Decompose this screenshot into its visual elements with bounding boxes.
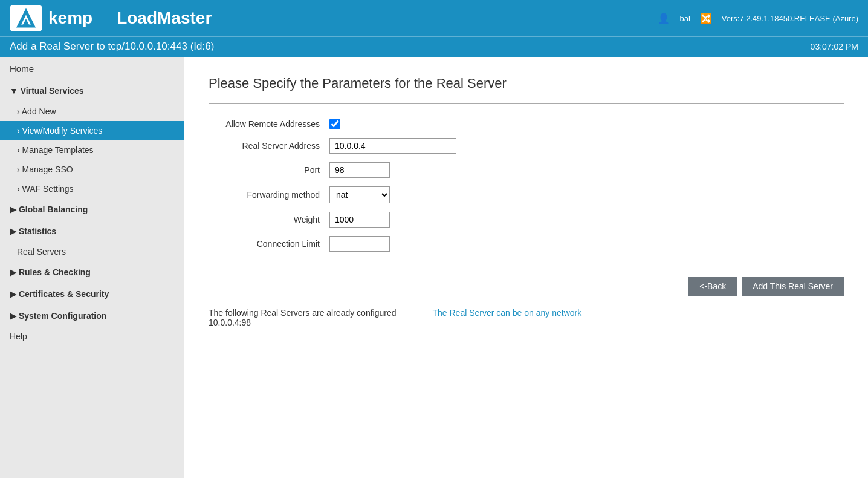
already-configured-text: The following Real Servers are already c… [209, 308, 397, 327]
header-time: 03:07:02 PM [811, 42, 858, 51]
sidebar-item-view-modify[interactable]: View/Modify Services [0, 121, 184, 140]
allow-remote-label: Allow Remote Addresses [209, 119, 329, 129]
kemp-logo-icon [14, 8, 38, 28]
sidebar-item-waf-settings[interactable]: WAF Settings [0, 179, 184, 198]
arrow-right-icon-gb: ▶ [10, 205, 19, 214]
sidebar-item-statistics[interactable]: ▶ Statistics [0, 220, 184, 242]
sidebar-item-manage-templates[interactable]: Manage Templates [0, 140, 184, 160]
sidebar-item-certificates-security[interactable]: ▶ Certificates & Security [0, 283, 184, 305]
port-label: Port [209, 165, 329, 175]
arrow-open-icon: ▼ [10, 86, 21, 96]
logo-box [10, 5, 42, 31]
subtitle-text: Add a Real Server to tcp/10.0.0.10:443 (… [10, 41, 214, 53]
real-server-address-row: Real Server Address [209, 138, 844, 154]
action-row: <-Back Add This Real Server [209, 277, 844, 296]
arrow-right-icon-certs: ▶ [10, 289, 19, 299]
back-button[interactable]: <-Back [688, 277, 737, 296]
header-subtitle: Add a Real Server to tcp/10.0.0.10:443 (… [0, 36, 868, 57]
weight-label: Weight [209, 215, 329, 224]
sidebar-item-add-new[interactable]: Add New [0, 102, 184, 121]
allow-remote-row: Allow Remote Addresses [209, 119, 844, 129]
sidebar-item-system-configuration[interactable]: ▶ System Configuration [0, 305, 184, 327]
port-row: Port [209, 162, 844, 178]
sidebar: Home ▼ Virtual Services Add New View/Mod… [0, 57, 184, 478]
server-entry: 10.0.0.4:98 [209, 318, 397, 327]
port-input[interactable] [329, 162, 390, 178]
nav-icon: 🔀 [700, 13, 712, 24]
weight-input[interactable] [329, 212, 390, 228]
sidebar-item-real-servers[interactable]: Real Servers [0, 242, 184, 261]
header: kemp LoadMaster 👤 bal 🔀 Vers:7.2.49.1.18… [0, 0, 868, 57]
app-title: LoadMaster [117, 8, 212, 28]
arrow-right-icon-sys: ▶ [10, 311, 19, 321]
weight-row: Weight [209, 212, 844, 228]
header-right: 👤 bal 🔀 Vers:7.2.49.1.18450.RELEASE (Azu… [658, 13, 858, 24]
sidebar-item-help[interactable]: Help [0, 327, 184, 346]
form-divider-top [209, 103, 844, 104]
forwarding-method-row: Forwarding method nat route tunnel masq [209, 186, 844, 203]
header-top: kemp LoadMaster 👤 bal 🔀 Vers:7.2.49.1.18… [0, 0, 868, 36]
sidebar-item-virtual-services[interactable]: ▼ Virtual Services [0, 80, 184, 102]
already-configured-label: The following Real Servers are already c… [209, 308, 397, 318]
allow-remote-checkbox[interactable] [329, 119, 340, 129]
forwarding-method-label: Forwarding method [209, 190, 329, 200]
main-content: Please Specify the Parameters for the Re… [184, 57, 868, 478]
sidebar-item-rules-checking[interactable]: ▶ Rules & Checking [0, 261, 184, 283]
page-title: Please Specify the Parameters for the Re… [209, 76, 844, 91]
layout: Home ▼ Virtual Services Add New View/Mod… [0, 57, 868, 478]
sidebar-item-home[interactable]: Home [0, 57, 184, 80]
connection-limit-row: Connection Limit [209, 236, 844, 252]
user-icon: 👤 [658, 13, 670, 24]
connection-limit-input[interactable] [329, 236, 390, 252]
sidebar-item-global-balancing[interactable]: ▶ Global Balancing [0, 198, 184, 220]
connection-limit-label: Connection Limit [209, 239, 329, 249]
real-server-note: The Real Server can be on any network [433, 308, 582, 327]
forwarding-method-select[interactable]: nat route tunnel masq [329, 186, 390, 203]
username: bal [679, 14, 690, 23]
real-server-address-label: Real Server Address [209, 141, 329, 151]
sidebar-item-manage-sso[interactable]: Manage SSO [0, 160, 184, 179]
version-info: Vers:7.2.49.1.18450.RELEASE (Azure) [722, 14, 858, 23]
add-real-server-button[interactable]: Add This Real Server [742, 277, 844, 296]
header-logo: kemp LoadMaster [10, 5, 212, 31]
arrow-right-icon-rules: ▶ [10, 267, 19, 277]
arrow-right-icon-stats: ▶ [10, 226, 19, 236]
real-server-address-input[interactable] [329, 138, 456, 154]
form-section: Allow Remote Addresses Real Server Addre… [209, 119, 844, 252]
brand-name: kemp [48, 8, 92, 28]
info-section: The following Real Servers are already c… [209, 308, 844, 327]
form-divider-bottom [209, 264, 844, 264]
